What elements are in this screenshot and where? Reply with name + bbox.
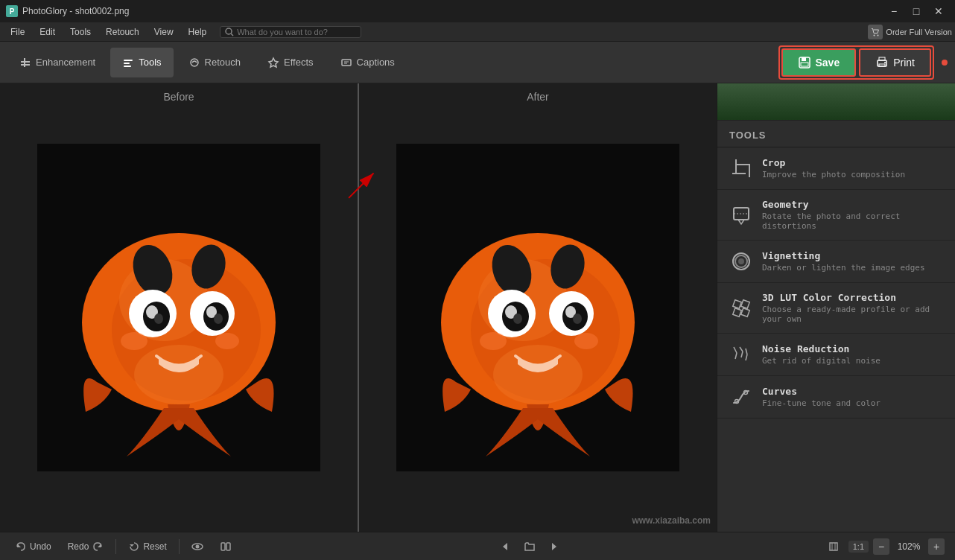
close-button[interactable]: ✕ [928,3,949,19]
svg-rect-68 [733,308,742,316]
eye-icon [191,541,203,553]
before-image [0,83,358,532]
curves-icon [729,385,753,409]
svg-point-2 [874,34,875,36]
svg-line-70 [734,347,737,353]
order-full-version[interactable]: Order Full Version [868,25,952,39]
svg-rect-16 [802,57,806,61]
before-fish-svg [37,144,320,471]
next-button[interactable] [545,539,564,554]
svg-rect-8 [124,63,130,64]
tab-tools[interactable]: Tools [110,48,173,77]
zoom-in-button[interactable]: + [928,538,945,555]
browse-button[interactable] [519,538,540,555]
preview-button[interactable] [187,538,208,555]
svg-marker-78 [17,544,21,547]
svg-point-52 [573,314,582,324]
menu-help[interactable]: Help [181,25,215,39]
svg-point-34 [154,314,163,324]
svg-rect-67 [741,299,750,308]
undo-icon [15,541,27,553]
retouch-icon [188,57,200,69]
tool-item-crop[interactable]: Crop Improve the photo composition [717,147,955,190]
zoom-level: 102% [894,541,924,552]
svg-point-82 [195,544,199,548]
geometry-text: Geometry Rotate the photo and correct di… [762,199,943,231]
menubar: File Edit Tools Retouch View Help Order … [0,22,955,42]
tool-item-lut[interactable]: 3D LUT Color Correction Choose a ready-m… [717,283,955,334]
undo-button[interactable]: Undo [10,538,56,555]
svg-rect-87 [830,543,837,550]
svg-line-72 [740,347,743,351]
svg-point-36 [134,345,223,404]
svg-marker-11 [269,58,278,67]
save-button[interactable]: Save [781,48,857,77]
svg-point-37 [121,332,147,350]
curves-text: Curves Fine-tune tone and color [762,386,881,408]
prev-button[interactable] [495,539,515,554]
before-label: Before [163,91,194,103]
svg-point-35 [214,314,223,324]
toolbar: Enhancement Tools Retouch Effects Captio… [0,42,955,83]
separator-1 [115,539,116,554]
save-print-group: Save Print [778,45,935,80]
geometry-icon [729,203,753,227]
zoom-out-button[interactable]: − [873,538,889,555]
crop-text: Crop Improve the photo composition [762,157,905,179]
menu-file[interactable]: File [3,25,32,39]
svg-point-54 [480,332,507,350]
notification-dot [942,60,948,66]
toolbar-right: Save Print [778,45,948,80]
landscape-bg [717,83,955,121]
lut-icon [729,296,753,320]
tab-captions[interactable]: Captions [329,48,407,77]
minimize-button[interactable]: − [883,3,904,19]
menu-view[interactable]: View [147,25,181,39]
redo-icon [92,541,104,553]
fit-icon [828,541,840,553]
noise-icon [729,343,753,366]
print-button[interactable]: Print [859,48,931,77]
svg-point-0 [226,28,232,34]
vignetting-icon [729,249,753,273]
crop-icon [729,156,753,180]
search-input[interactable] [237,28,356,36]
main-area: Before [0,83,955,532]
svg-rect-17 [801,63,808,66]
after-label: After [527,91,549,103]
compare-button[interactable] [215,538,236,555]
folder-icon [524,541,536,553]
svg-line-1 [231,34,233,36]
fit-button[interactable] [823,538,844,555]
before-panel: Before [0,83,358,532]
right-panel: TOOLS Crop Improve the photo composition… [717,83,955,532]
titlebar-controls[interactable]: − □ ✕ [883,3,949,19]
tool-item-geometry[interactable]: Geometry Rotate the photo and correct di… [717,190,955,241]
menu-retouch[interactable]: Retouch [98,25,147,39]
chevron-left-icon [500,541,510,552]
bottom-bar: Undo Redo Reset 1:1 − 102% + [0,532,955,560]
svg-line-73 [741,351,743,357]
svg-rect-57 [735,159,737,173]
after-panel: After [358,83,717,532]
redo-button[interactable]: Redo [63,538,109,555]
tab-enhancement[interactable]: Enhancement [7,48,107,77]
reset-button[interactable]: Reset [124,538,171,555]
menu-edit[interactable]: Edit [32,25,63,39]
tool-item-noise[interactable]: Noise Reduction Get rid of digital noise [717,334,955,376]
effects-icon [267,57,279,69]
ratio-button[interactable]: 1:1 [848,541,869,553]
svg-point-65 [738,258,744,264]
menu-tools[interactable]: Tools [63,25,98,39]
svg-rect-7 [124,60,133,61]
compare-icon [220,541,232,553]
svg-line-75 [746,354,747,360]
tool-item-vignetting[interactable]: Vignetting Darken or lighten the image e… [717,241,955,283]
tab-effects[interactable]: Effects [256,48,326,77]
tab-retouch[interactable]: Retouch [177,48,253,77]
maximize-button[interactable]: □ [906,3,927,19]
vignetting-text: Vignetting Darken or lighten the image e… [762,250,925,273]
search-box[interactable] [220,26,361,38]
enhancement-icon [19,57,31,69]
tool-item-curves[interactable]: Curves Fine-tune tone and color [717,376,955,419]
